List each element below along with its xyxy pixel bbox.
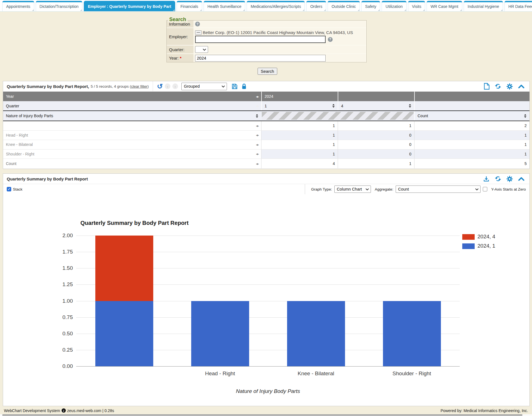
table-row: Knee - Bilateral◂▸101	[3, 140, 529, 150]
employer-help-icon[interactable]: ?	[328, 37, 333, 42]
search-fieldset: Search Information ? Employer: — Better …	[166, 20, 367, 62]
table-year-row: Year ◂▸ 2024	[3, 92, 529, 101]
bar-segment	[95, 301, 153, 367]
year-label-text: Year:	[169, 56, 179, 60]
remove-employer-button[interactable]: —	[195, 30, 202, 35]
host-and-timing: zeus.med-web.com | 0.28s	[67, 408, 114, 413]
sort-icon[interactable]	[332, 104, 335, 108]
q4-value: 1	[338, 121, 414, 130]
tab-health-surveillance[interactable]: Health Surveillance	[204, 1, 245, 12]
yaxis-zero-checkbox[interactable]	[483, 187, 487, 191]
tab-employer-quarterly-summary-by-body-part[interactable]: Employer : Quarterly Summary by Body Par…	[84, 1, 175, 12]
undo-icon[interactable]: ↺	[157, 83, 163, 89]
tab-appointments[interactable]: Appointments	[2, 1, 34, 12]
refresh-icon[interactable]	[495, 83, 501, 90]
employer-input[interactable]	[195, 36, 326, 43]
count-value: 1	[414, 131, 529, 140]
refresh-icon[interactable]	[495, 175, 501, 182]
group-mode-select[interactable]: Grouped	[181, 83, 227, 90]
collapse-panel-icon[interactable]	[518, 177, 525, 181]
quarter-4-label: 4	[341, 104, 343, 108]
quarter-header-label: Quarter	[6, 104, 19, 108]
clear-filter-link[interactable]: clear filter	[131, 84, 148, 89]
count-footer-label-cell: Count ◂▸	[3, 159, 261, 168]
year-input[interactable]	[195, 55, 326, 62]
tab-wr-case-mgmt[interactable]: WR Case Mgmt	[427, 1, 462, 12]
y-axis-tick-label: 2.00	[45, 232, 73, 239]
tab-orders[interactable]: Orders	[306, 1, 326, 12]
row-label-cell: ◂▸	[3, 121, 261, 130]
column-grip-icon[interactable]: ◂▸	[256, 104, 258, 108]
gear-icon[interactable]	[506, 83, 513, 90]
column-grip-icon[interactable]: ◂▸	[256, 152, 258, 156]
sort-icon[interactable]	[524, 114, 527, 118]
lock-icon[interactable]	[241, 83, 247, 90]
search-button[interactable]: Search	[258, 68, 277, 75]
quarter-1-label: 1	[265, 104, 267, 108]
quarter-empty-cell	[414, 101, 529, 110]
tab-visits[interactable]: Visits	[408, 1, 425, 12]
tab-safety[interactable]: Safety	[361, 1, 380, 12]
count-footer-q4: 1	[338, 159, 414, 168]
download-icon[interactable]	[483, 176, 490, 182]
gear-icon[interactable]	[506, 176, 513, 182]
save-icon[interactable]	[231, 83, 238, 90]
tab-dictation-transcription[interactable]: Dictation/Transcription	[36, 1, 83, 12]
column-grip-icon[interactable]: ◂▸	[256, 162, 258, 166]
quarter-1-cell: 1	[261, 101, 338, 110]
column-grip-icon[interactable]: ◂▸	[256, 143, 258, 147]
sort-icon[interactable]	[409, 104, 411, 108]
tab-outside-clinic[interactable]: Outside Clinic	[328, 1, 360, 12]
count-value: 2	[414, 121, 529, 130]
column-grip-icon[interactable]: ◂▸	[256, 124, 258, 128]
chart-panel-header: Quarterly Summary by Body Part Report	[3, 174, 529, 184]
information-help-icon[interactable]: ?	[195, 22, 200, 26]
bar-segment	[191, 301, 249, 367]
bar-segment	[383, 301, 441, 367]
stack-checkbox[interactable]	[7, 187, 11, 191]
tab-utilization[interactable]: Utilization	[382, 1, 407, 12]
app-name: WebChart Development System	[4, 408, 60, 413]
quarter-select[interactable]	[195, 46, 208, 53]
new-document-icon[interactable]	[484, 83, 490, 90]
report-table-panel: Quarterly Summary by Body Part Report, 5…	[3, 81, 530, 169]
q4-value: 0	[338, 150, 414, 159]
tab-financials[interactable]: Financials	[177, 1, 202, 12]
x-axis-category-label: Head - Right	[178, 370, 262, 377]
horizontal-scrollbar-track	[0, 414, 532, 416]
gridline	[76, 366, 460, 367]
tab-hr-data-feed[interactable]: HR Data Feed	[504, 1, 532, 12]
table-quarter-row: Quarter ◂▸ 1 4	[3, 101, 529, 111]
graph-type-select[interactable]: Column Chart	[334, 186, 371, 193]
collapse-panel-icon[interactable]	[518, 84, 525, 89]
aggregate-value: Count	[398, 187, 409, 191]
tab-industrial-hygiene[interactable]: Industrial Hygiene	[464, 1, 503, 12]
status-bar: WebChart Development System i zeus.med-w…	[0, 407, 532, 414]
aggregate-label: Aggregate:	[375, 187, 393, 191]
year-value-cell: 2024	[261, 92, 338, 101]
nature-header-label: Nature of Injury Body Parts	[6, 114, 53, 118]
group-mode-value: Grouped	[184, 84, 200, 89]
table-nature-row: Nature of Injury Body Parts Count	[3, 111, 529, 121]
q1-value: 1	[261, 121, 338, 130]
count-value: 1	[414, 140, 529, 149]
chart-panel: Quarterly Summary by Body Part Report St	[3, 173, 530, 406]
column-grip-icon[interactable]: ◂▸	[256, 133, 258, 137]
tab-medications-allergies-scripts[interactable]: Medications/Allergies/Scripts	[247, 1, 305, 12]
report-table-header: Quarterly Summary by Body Part Report, 5…	[3, 81, 529, 92]
column-grip-icon[interactable]: ◂▸	[256, 94, 258, 99]
info-icon[interactable]: i	[62, 408, 66, 413]
count-value: 1	[414, 150, 529, 159]
table-row: Head - Right◂▸101	[3, 131, 529, 140]
aggregate-select[interactable]: Count	[396, 186, 481, 193]
year-header-cell: Year ◂▸	[3, 92, 261, 101]
horizontal-scrollbar-thumb[interactable]	[2, 414, 522, 416]
chart: Quarterly Summary by Body Part Report2.0…	[3, 194, 529, 406]
page-next-icon[interactable]: ›	[172, 83, 178, 89]
count-footer-total: 5	[414, 159, 529, 168]
sort-icon[interactable]	[256, 114, 258, 118]
y-axis-tick-label: 1.00	[45, 298, 73, 304]
employer-row: Employer: — Better Corp. (EO-1) 12001 Pa…	[167, 28, 366, 46]
row-label-cell: Head - Right◂▸	[3, 131, 261, 140]
page-prev-icon[interactable]: ‹	[165, 83, 170, 89]
